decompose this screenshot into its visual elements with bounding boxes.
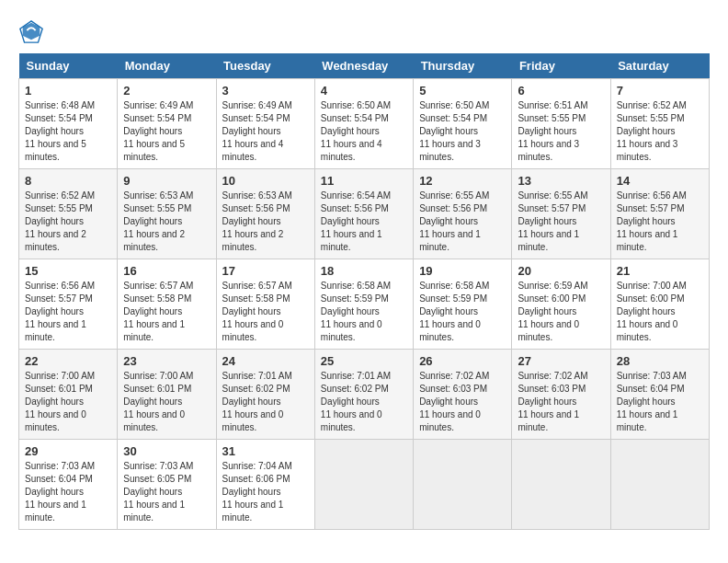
day-number: 21	[617, 264, 703, 278]
day-info: Sunrise: 7:04 AM Sunset: 6:06 PM Dayligh…	[222, 460, 309, 524]
day-number: 29	[25, 444, 111, 458]
day-number: 15	[25, 264, 111, 278]
day-info: Sunrise: 6:53 AM Sunset: 5:56 PM Dayligh…	[222, 190, 309, 254]
calendar-cell: 11 Sunrise: 6:54 AM Sunset: 5:56 PM Dayl…	[314, 169, 413, 259]
day-info: Sunrise: 7:01 AM Sunset: 6:02 PM Dayligh…	[222, 370, 309, 434]
day-number: 23	[123, 354, 210, 368]
day-info: Sunrise: 6:57 AM Sunset: 5:58 PM Dayligh…	[123, 280, 210, 344]
column-header-wednesday: Wednesday	[314, 53, 413, 79]
column-header-friday: Friday	[512, 53, 610, 79]
day-number: 31	[222, 444, 309, 458]
day-number: 24	[222, 354, 309, 368]
calendar-cell: 8 Sunrise: 6:52 AM Sunset: 5:55 PM Dayli…	[19, 169, 118, 259]
column-header-saturday: Saturday	[610, 53, 709, 79]
day-number: 5	[419, 84, 506, 98]
logo-icon	[18, 18, 44, 44]
logo	[18, 18, 48, 44]
day-number: 17	[222, 264, 309, 278]
day-info: Sunrise: 7:03 AM Sunset: 6:04 PM Dayligh…	[25, 460, 111, 524]
day-number: 16	[123, 264, 210, 278]
day-number: 20	[518, 264, 604, 278]
day-info: Sunrise: 6:58 AM Sunset: 5:59 PM Dayligh…	[321, 280, 407, 344]
calendar-cell: 24 Sunrise: 7:01 AM Sunset: 6:02 PM Dayl…	[216, 350, 314, 440]
day-info: Sunrise: 6:52 AM Sunset: 5:55 PM Dayligh…	[617, 99, 703, 164]
day-info: Sunrise: 7:03 AM Sunset: 6:04 PM Dayligh…	[617, 370, 703, 434]
calendar-cell: 9 Sunrise: 6:53 AM Sunset: 5:55 PM Dayli…	[118, 169, 216, 259]
calendar-cell: 13 Sunrise: 6:55 AM Sunset: 5:57 PM Dayl…	[512, 169, 610, 259]
calendar-cell	[610, 440, 709, 530]
day-info: Sunrise: 6:59 AM Sunset: 6:00 PM Dayligh…	[518, 280, 604, 344]
day-info: Sunrise: 6:55 AM Sunset: 5:57 PM Dayligh…	[518, 190, 604, 254]
day-info: Sunrise: 6:53 AM Sunset: 5:55 PM Dayligh…	[123, 190, 210, 254]
day-info: Sunrise: 7:00 AM Sunset: 6:00 PM Dayligh…	[617, 280, 703, 344]
day-number: 11	[321, 174, 407, 188]
day-info: Sunrise: 6:54 AM Sunset: 5:56 PM Dayligh…	[321, 190, 407, 254]
day-number: 8	[25, 174, 111, 188]
calendar-cell: 14 Sunrise: 6:56 AM Sunset: 5:57 PM Dayl…	[610, 169, 709, 259]
day-info: Sunrise: 6:51 AM Sunset: 5:55 PM Dayligh…	[518, 99, 604, 164]
day-info: Sunrise: 7:00 AM Sunset: 6:01 PM Dayligh…	[123, 370, 210, 434]
calendar-cell	[414, 440, 512, 530]
column-header-tuesday: Tuesday	[216, 53, 314, 79]
day-info: Sunrise: 7:01 AM Sunset: 6:02 PM Dayligh…	[321, 370, 407, 434]
calendar-cell: 3 Sunrise: 6:49 AM Sunset: 5:54 PM Dayli…	[216, 79, 314, 169]
calendar-cell	[314, 440, 413, 530]
calendar-cell: 19 Sunrise: 6:58 AM Sunset: 5:59 PM Dayl…	[414, 259, 512, 350]
calendar-cell: 1 Sunrise: 6:48 AM Sunset: 5:54 PM Dayli…	[19, 79, 118, 169]
calendar-week-3: 15 Sunrise: 6:56 AM Sunset: 5:57 PM Dayl…	[19, 259, 710, 350]
calendar-cell: 20 Sunrise: 6:59 AM Sunset: 6:00 PM Dayl…	[512, 259, 610, 350]
day-info: Sunrise: 7:02 AM Sunset: 6:03 PM Dayligh…	[419, 370, 506, 434]
calendar-cell: 2 Sunrise: 6:49 AM Sunset: 5:54 PM Dayli…	[118, 79, 216, 169]
day-number: 4	[321, 84, 407, 98]
calendar-cell: 16 Sunrise: 6:57 AM Sunset: 5:58 PM Dayl…	[118, 259, 216, 350]
day-info: Sunrise: 6:58 AM Sunset: 5:59 PM Dayligh…	[419, 280, 506, 344]
calendar-cell: 23 Sunrise: 7:00 AM Sunset: 6:01 PM Dayl…	[118, 350, 216, 440]
day-number: 10	[222, 174, 309, 188]
day-number: 18	[321, 264, 407, 278]
day-info: Sunrise: 6:50 AM Sunset: 5:54 PM Dayligh…	[321, 99, 407, 164]
calendar-cell: 15 Sunrise: 6:56 AM Sunset: 5:57 PM Dayl…	[19, 259, 118, 350]
day-number: 13	[518, 174, 604, 188]
calendar-cell	[512, 440, 610, 530]
calendar-cell: 31 Sunrise: 7:04 AM Sunset: 6:06 PM Dayl…	[216, 440, 314, 530]
column-header-thursday: Thursday	[414, 53, 512, 79]
day-info: Sunrise: 6:56 AM Sunset: 5:57 PM Dayligh…	[25, 280, 111, 344]
day-info: Sunrise: 6:49 AM Sunset: 5:54 PM Dayligh…	[123, 99, 210, 164]
calendar-cell: 5 Sunrise: 6:50 AM Sunset: 5:54 PM Dayli…	[414, 79, 512, 169]
day-number: 1	[25, 84, 111, 98]
day-info: Sunrise: 6:56 AM Sunset: 5:57 PM Dayligh…	[617, 190, 703, 254]
day-info: Sunrise: 6:55 AM Sunset: 5:56 PM Dayligh…	[419, 190, 506, 254]
calendar-header-row: SundayMondayTuesdayWednesdayThursdayFrid…	[19, 53, 710, 79]
column-header-monday: Monday	[118, 53, 216, 79]
day-info: Sunrise: 6:57 AM Sunset: 5:58 PM Dayligh…	[222, 280, 309, 344]
day-number: 19	[419, 264, 506, 278]
day-info: Sunrise: 6:52 AM Sunset: 5:55 PM Dayligh…	[25, 190, 111, 254]
calendar-cell: 12 Sunrise: 6:55 AM Sunset: 5:56 PM Dayl…	[414, 169, 512, 259]
calendar-cell: 18 Sunrise: 6:58 AM Sunset: 5:59 PM Dayl…	[314, 259, 413, 350]
day-number: 22	[25, 354, 111, 368]
day-info: Sunrise: 7:00 AM Sunset: 6:01 PM Dayligh…	[25, 370, 111, 434]
calendar-cell: 29 Sunrise: 7:03 AM Sunset: 6:04 PM Dayl…	[19, 440, 118, 530]
day-number: 9	[123, 174, 210, 188]
calendar-cell: 4 Sunrise: 6:50 AM Sunset: 5:54 PM Dayli…	[314, 79, 413, 169]
day-number: 27	[518, 354, 604, 368]
page-header	[18, 18, 710, 44]
calendar-cell: 7 Sunrise: 6:52 AM Sunset: 5:55 PM Dayli…	[610, 79, 709, 169]
calendar-cell: 22 Sunrise: 7:00 AM Sunset: 6:01 PM Dayl…	[19, 350, 118, 440]
calendar-table: SundayMondayTuesdayWednesdayThursdayFrid…	[18, 53, 710, 530]
day-info: Sunrise: 6:49 AM Sunset: 5:54 PM Dayligh…	[222, 99, 309, 164]
column-header-sunday: Sunday	[19, 53, 118, 79]
day-number: 3	[222, 84, 309, 98]
calendar-cell: 6 Sunrise: 6:51 AM Sunset: 5:55 PM Dayli…	[512, 79, 610, 169]
calendar-cell: 21 Sunrise: 7:00 AM Sunset: 6:00 PM Dayl…	[610, 259, 709, 350]
day-number: 6	[518, 84, 604, 98]
day-number: 25	[321, 354, 407, 368]
calendar-cell: 25 Sunrise: 7:01 AM Sunset: 6:02 PM Dayl…	[314, 350, 413, 440]
day-info: Sunrise: 6:50 AM Sunset: 5:54 PM Dayligh…	[419, 99, 506, 164]
calendar-cell: 26 Sunrise: 7:02 AM Sunset: 6:03 PM Dayl…	[414, 350, 512, 440]
calendar-week-4: 22 Sunrise: 7:00 AM Sunset: 6:01 PM Dayl…	[19, 350, 710, 440]
calendar-cell: 30 Sunrise: 7:03 AM Sunset: 6:05 PM Dayl…	[118, 440, 216, 530]
day-info: Sunrise: 6:48 AM Sunset: 5:54 PM Dayligh…	[25, 99, 111, 164]
day-number: 7	[617, 84, 703, 98]
calendar-week-5: 29 Sunrise: 7:03 AM Sunset: 6:04 PM Dayl…	[19, 440, 710, 530]
